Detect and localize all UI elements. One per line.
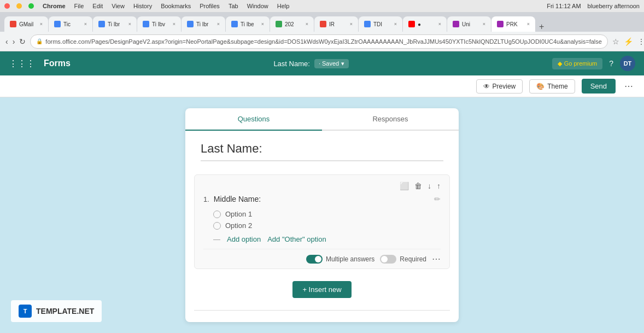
forward-button[interactable]: › (13, 36, 15, 48)
saved-badge[interactable]: · Saved ▾ (314, 59, 349, 68)
copy-question-button[interactable]: ⬜ (400, 182, 409, 190)
help-icon[interactable]: ? (609, 59, 613, 68)
tab9-close[interactable]: × (394, 21, 397, 27)
browser-tab-yt[interactable]: ● × (403, 16, 447, 32)
form-toolbar: 👁 Preview 🎨 Theme Send ⋯ (0, 75, 644, 97)
app-name-label: Forms (44, 59, 71, 68)
mac-menu-bookmarks[interactable]: Bookmarks (161, 3, 191, 9)
form-tabs: Questions Responses (185, 108, 459, 131)
option-2-radio[interactable] (213, 222, 221, 230)
mac-traffic-lights[interactable] (4, 3, 34, 9)
tab9-favicon (364, 21, 371, 27)
tab6-close[interactable]: × (261, 21, 264, 27)
theme-label: Theme (547, 83, 567, 90)
tab4-close[interactable]: × (173, 21, 175, 27)
mac-bar: Chrome File Edit View History Bookmarks … (0, 0, 644, 12)
mac-menu-edit[interactable]: Edit (92, 3, 103, 9)
yt-close[interactable]: × (438, 21, 441, 27)
mac-menu-help[interactable]: Help (277, 3, 290, 9)
bookmark-icon[interactable]: ☆ (612, 37, 619, 46)
reload-button[interactable]: ↻ (19, 36, 26, 48)
premium-label: Go premium (564, 60, 598, 67)
tab3-close[interactable]: × (128, 21, 131, 27)
new-tab-button[interactable]: + (536, 22, 547, 32)
tab-questions[interactable]: Questions (185, 108, 322, 131)
mac-time: Fri 11:12 AM (547, 3, 581, 9)
browser-tab-5[interactable]: Ti Ibr × (182, 16, 225, 32)
add-options-row: — Add option Add "Other" option (213, 235, 441, 243)
option-1-radio[interactable] (213, 211, 221, 218)
add-option-button[interactable]: Add option (227, 235, 261, 243)
prk-close[interactable]: × (527, 21, 530, 27)
insert-new-label: + Insert new (302, 285, 341, 294)
move-up-button[interactable]: ↑ (437, 182, 441, 190)
gmail-tab-close[interactable]: × (40, 21, 43, 27)
prk-label: PRK (506, 21, 518, 27)
browser-tab-3[interactable]: Ti Ibr × (93, 16, 137, 32)
mac-menu-profiles[interactable]: Profiles (200, 3, 220, 9)
browser-tab-9[interactable]: TDI × (359, 16, 402, 32)
diamond-icon: ◆ (558, 60, 562, 67)
browser-tab-4[interactable]: Ti Ibv × (137, 16, 181, 32)
tab2-label: Tic (63, 21, 71, 27)
add-option-dash: — (213, 235, 220, 243)
multiple-answers-toggle[interactable] (306, 255, 323, 264)
question-1-edit-icon[interactable]: ✏ (434, 195, 441, 203)
browser-tab-8[interactable]: IR × (314, 16, 358, 32)
required-toggle-knob (381, 256, 388, 262)
tab8-label: IR (329, 21, 335, 27)
mac-menu-chrome[interactable]: Chrome (43, 3, 66, 9)
question-1-option-2: Option 2 (213, 221, 441, 230)
gmail-favicon (10, 21, 16, 27)
eye-icon: 👁 (483, 83, 490, 90)
multiple-answers-toggle-knob (315, 256, 321, 262)
theme-button[interactable]: 🎨 Theme (529, 79, 575, 94)
browser-tab-2[interactable]: Tic × (49, 16, 92, 32)
browser-toolbar: ‹ › ↻ 🔒 forms.office.com/Pages/DesignPag… (0, 32, 644, 51)
required-toggle[interactable] (380, 255, 396, 264)
insert-new-button[interactable]: + Insert new (292, 281, 351, 298)
add-option-label: Add option (227, 235, 261, 243)
more-button[interactable]: ⋯ (622, 79, 635, 94)
required-toggle-group: Required (380, 255, 426, 264)
footer-more-button[interactable]: ⋯ (432, 254, 441, 264)
mac-profile: blueberry afternoon (588, 3, 640, 9)
preview-button[interactable]: 👁 Preview (476, 79, 523, 94)
uni-close[interactable]: × (483, 21, 485, 27)
premium-button[interactable]: ◆ Go premium (552, 58, 603, 69)
mac-menu-file[interactable]: File (74, 3, 84, 9)
multiple-answers-toggle-group: Multiple answers (306, 255, 374, 264)
tab8-close[interactable]: × (350, 21, 353, 27)
multiple-answers-label: Multiple answers (326, 255, 374, 263)
question-1-text[interactable]: Middle Name: (214, 195, 430, 203)
send-button[interactable]: Send (582, 79, 616, 94)
form-title[interactable]: Last Name: (201, 142, 443, 161)
more-options-icon[interactable]: ⋮ (637, 37, 644, 46)
move-down-button[interactable]: ↓ (428, 182, 431, 190)
form-title-header: Last Name: (273, 60, 309, 68)
tab-responses[interactable]: Responses (322, 108, 459, 130)
tab2-close[interactable]: × (84, 21, 87, 27)
mac-menu-window[interactable]: Window (247, 3, 268, 9)
mac-menu-tab[interactable]: Tab (229, 3, 238, 9)
back-button[interactable]: ‹ (5, 36, 8, 48)
browser-tab-prk[interactable]: PRK × (491, 16, 535, 32)
extension-icon[interactable]: ⚡ (624, 37, 633, 46)
yt-favicon (408, 21, 415, 27)
add-other-option-button[interactable]: Add "Other" option (267, 235, 326, 243)
add-other-label: Add "Other" option (267, 235, 326, 243)
mac-menu-history[interactable]: History (133, 3, 152, 9)
delete-question-button[interactable]: 🗑 (414, 182, 422, 190)
mac-menu-view[interactable]: View (112, 3, 125, 9)
tab3-label: Ti Ibr (108, 21, 120, 27)
browser-tab-uni[interactable]: Uni × (447, 16, 491, 32)
browser-tab-gmail[interactable]: GMail × (4, 16, 48, 32)
waffle-icon[interactable]: ⋮⋮⋮ (9, 59, 35, 69)
palette-icon: 🎨 (536, 83, 545, 90)
browser-tab-6[interactable]: Ti Ibe × (226, 16, 270, 32)
tab7-close[interactable]: × (306, 21, 308, 27)
tab5-close[interactable]: × (217, 21, 220, 27)
questions-tab-label: Questions (238, 115, 270, 123)
browser-tab-7[interactable]: 202 × (270, 16, 314, 32)
address-bar[interactable]: 🔒 forms.office.com/Pages/DesignPageV2.as… (30, 34, 608, 49)
